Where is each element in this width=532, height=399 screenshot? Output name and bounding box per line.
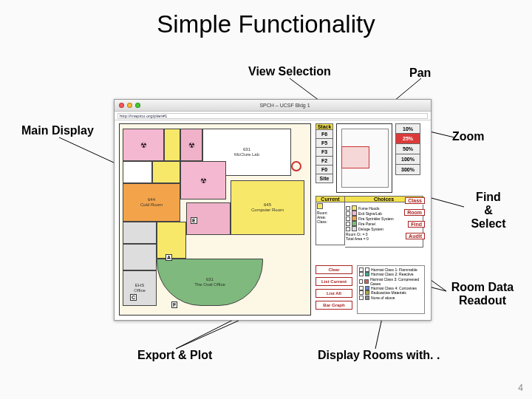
room-label: 644Cold Room [140, 197, 163, 207]
no-smoking-icon [291, 161, 301, 171]
zoom-button[interactable]: 50% [395, 144, 420, 154]
total-area: Total Area = 0 [346, 236, 369, 241]
disp-swatch [364, 279, 368, 284]
choice-label: Fire Sprinkler System [358, 216, 394, 221]
view-selection-panel: Stack F6 F5 F3 F2 F0 Site [316, 123, 333, 183]
choice-swatch [352, 226, 357, 231]
marker-c: C [130, 294, 137, 301]
window-titlebar: SPCH – UCSF Bldg 1 [115, 100, 431, 112]
choice-label: Fire Panel [358, 222, 375, 226]
annot-export: Export & Plot [137, 349, 212, 362]
class-button[interactable]: Class [405, 197, 425, 204]
marker-e: E [191, 217, 197, 224]
choice-swatch [352, 205, 357, 211]
choice-swatch [352, 211, 357, 216]
room-label: 631The Oval Office [194, 277, 225, 287]
pan-viewport[interactable] [341, 146, 369, 168]
zoom-button[interactable]: 100% [395, 154, 420, 165]
annot-zoom: Zoom [452, 130, 485, 143]
current-class-label: Class: [317, 219, 327, 224]
page-number: 4 [518, 383, 523, 393]
checkbox-icon[interactable] [346, 216, 350, 221]
app-window: SPCH – UCSF Bldg 1 http://mapico.org/pla… [114, 99, 432, 321]
checkbox-icon[interactable] [359, 290, 364, 295]
main-display[interactable]: ☢ ☢ 631McClure Lab ☢ 644Cold Room 645Com… [119, 123, 311, 316]
checkbox-icon[interactable] [359, 296, 364, 300]
list-all-button[interactable]: List All [316, 289, 352, 298]
zoom-panel: 10% 25% 50% 100% 300% [395, 123, 420, 175]
current-box: Room: Area: Class: [316, 202, 345, 245]
zoom-button-selected[interactable]: 25% [395, 134, 420, 144]
checkbox-icon[interactable] [359, 272, 364, 276]
radiation-icon: ☢ [200, 177, 207, 185]
stack-button[interactable]: F5 [316, 139, 333, 148]
checkbox-icon[interactable] [359, 279, 363, 284]
current-header: Current [316, 196, 345, 202]
stack-button[interactable]: F6 [316, 130, 333, 139]
radiation-icon: ☢ [140, 141, 147, 149]
disp-label: Hazmat Class 3: Compressed Gases [370, 277, 423, 287]
bar-graph-button[interactable]: Bar Graph [316, 301, 352, 310]
disp-swatch [365, 286, 369, 290]
display-rooms-panel: Hazmat Class 1: Flammable Hazmat Class 2… [357, 265, 425, 314]
slide-title: Simple Functionality [0, 10, 532, 38]
app-body: ☢ ☢ 631McClure Lab ☢ 644Cold Room 645Com… [115, 120, 431, 320]
export-panel: Clear List Current List All Bar Graph [316, 265, 352, 310]
choice-label: Exit Signs/Lab [358, 211, 382, 216]
close-icon[interactable] [119, 103, 124, 108]
annot-pan: Pan [409, 66, 431, 80]
checkbox-icon[interactable] [359, 267, 364, 272]
stack-button[interactable]: Site [316, 174, 333, 183]
room-label: 631McClure Lab [234, 147, 259, 157]
annot-find-select: Find&Select [463, 191, 514, 231]
window-title: SPCH – UCSF Bldg 1 [143, 103, 426, 108]
checkbox-icon[interactable] [346, 211, 350, 216]
disp-label: None of above [371, 296, 395, 300]
annot-view-selection: View Selection [248, 65, 331, 78]
disp-swatch [365, 296, 369, 300]
zoom-button[interactable]: 300% [395, 165, 420, 175]
radiation-icon: ☢ [188, 141, 195, 149]
marker-f: F [171, 301, 177, 308]
marker-a: A [166, 254, 172, 261]
stack-button[interactable]: F3 [316, 148, 333, 157]
annot-room-data: Room DataReadout [442, 281, 523, 307]
checkbox-icon[interactable] [346, 206, 350, 211]
checkbox-icon[interactable] [346, 222, 350, 226]
url-bar: http://mapico.org/plan#1 [115, 112, 431, 120]
annot-main-display: Main Display [21, 124, 94, 137]
pan-panel[interactable] [336, 123, 392, 193]
disp-swatch [365, 272, 369, 276]
stack-button[interactable]: F0 [316, 166, 333, 174]
choice-swatch [352, 216, 357, 221]
room-label: EHSOffice [134, 283, 146, 293]
zoom-icon[interactable] [135, 103, 140, 108]
stack-header: Stack [316, 123, 333, 130]
audit-button[interactable]: Audit [406, 233, 425, 239]
current-swatch [317, 203, 323, 209]
checkbox-icon[interactable] [346, 227, 350, 231]
checkbox-icon[interactable] [359, 286, 364, 290]
stack-button[interactable]: F2 [316, 157, 333, 166]
find-button[interactable]: Find [408, 221, 425, 228]
url-field[interactable]: http://mapico.org/plan#1 [117, 113, 428, 119]
room-label: 645Computer Room [251, 202, 284, 212]
disp-swatch [365, 290, 369, 295]
choice-label: Fume Hoods [358, 206, 380, 211]
choice-label: Deluge System [358, 227, 383, 231]
list-current-button[interactable]: List Current [316, 277, 352, 286]
disp-swatch [365, 267, 369, 272]
zoom-button[interactable]: 10% [395, 123, 420, 134]
annot-display-rooms: Display Rooms with. . [318, 349, 440, 362]
room-button[interactable]: Room [404, 209, 425, 216]
choice-swatch [352, 221, 357, 226]
clear-button[interactable]: Clear [316, 265, 352, 274]
minimize-icon[interactable] [127, 103, 132, 108]
